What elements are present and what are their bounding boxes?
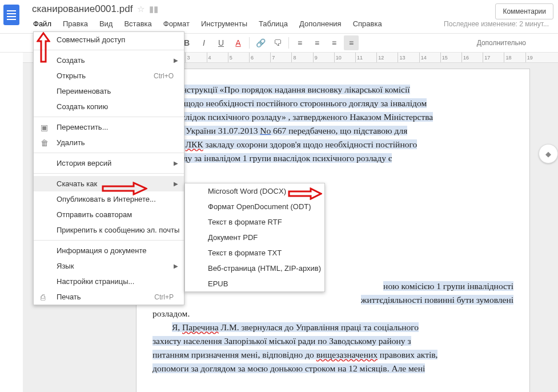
menu-file[interactable]: Файл [27, 17, 57, 30]
menu-view[interactable]: Вид [94, 17, 119, 30]
menu-addons[interactable]: Дополнения [294, 17, 347, 30]
submenu-pdf[interactable]: Документ PDF [185, 230, 324, 245]
doc-text[interactable]: життєдіяльності повинні бути зумовлені [361, 295, 513, 305]
menu-item-email-collab[interactable]: Отправить соавторам [34, 207, 184, 222]
doc-text[interactable]: ктом 4 Інструкції «Про порядок надання в… [152, 85, 410, 94]
submenu-html[interactable]: Веб-страница (HTML, ZIP-архив) [185, 261, 324, 276]
explore-button[interactable]: ◆ [539, 144, 558, 163]
align-right-icon[interactable]: ≡ [327, 35, 342, 50]
menu-item-move[interactable]: ▣Переместить... [34, 119, 184, 135]
menu-item-page-setup[interactable]: Настройки страницы... [34, 274, 184, 289]
menu-insert[interactable]: Вставка [118, 17, 157, 30]
ruler-tick: 19 [525, 53, 547, 62]
align-center-icon[interactable]: ≡ [310, 35, 324, 50]
doc-text[interactable]: вищезазначених [316, 350, 378, 359]
ruler-tick: 4 [207, 53, 228, 62]
menu-table[interactable]: Таблица [253, 17, 294, 30]
ruler-tick: 7 [270, 53, 291, 62]
ruler-tick: 3 [185, 53, 206, 62]
ruler-tick: 18 [504, 53, 525, 62]
trash-icon: 🗑 [41, 138, 49, 147]
doc-text[interactable]: захисту населення Запорізької міської ра… [152, 336, 411, 346]
chevron-right-icon: ▶ [174, 57, 178, 63]
doc-text[interactable]: Л.М. звернулася до Управління праці та с… [219, 322, 419, 332]
submenu-rtf[interactable]: Текст в формате RTF [185, 214, 324, 230]
comments-button[interactable]: Комментарии [495, 3, 553, 19]
menu-item-language[interactable]: Язык▶ [34, 258, 184, 274]
ruler-tick: 17 [483, 53, 504, 62]
docs-logo[interactable] [3, 5, 19, 25]
annotation-arrow-right [288, 187, 322, 200]
doc-text[interactable]: правових актів, [378, 350, 437, 359]
chevron-right-icon: ▶ [174, 181, 178, 187]
submenu-odt[interactable]: Формат OpenDocument (ODT) [185, 199, 324, 214]
ruler-tick: 6 [249, 53, 270, 62]
toolbar-more[interactable]: Дополнительно [477, 39, 529, 47]
align-justify-icon[interactable]: ≡ [344, 35, 359, 50]
link-icon[interactable]: 🔗 [253, 35, 268, 50]
print-icon: ⎙ [41, 293, 45, 302]
ruler-tick: 10 [334, 53, 355, 62]
menu-format[interactable]: Формат [158, 17, 195, 30]
ruler-tick: 5 [228, 53, 249, 62]
menu-help[interactable]: Справка [347, 17, 388, 30]
doc-text[interactable]: питанням призначення мені, відповідно до [152, 350, 316, 359]
chevron-right-icon: ▶ [174, 160, 178, 166]
doc-text[interactable]: No [260, 126, 271, 135]
annotation-arrow-up [37, 32, 50, 63]
ruler-tick: 12 [376, 53, 398, 62]
doc-text[interactable]: Я, [172, 322, 182, 332]
ruler-tick: 16 [461, 53, 483, 62]
doc-text[interactable]: закладу щодо необхідності постійного сто… [152, 98, 427, 108]
italic-icon[interactable]: I [196, 35, 211, 50]
menu-item-delete[interactable]: 🗑Удалить [34, 135, 184, 150]
underline-icon[interactable]: U [214, 35, 228, 50]
menu-item-print[interactable]: ⎙ПечатьCtrl+P [34, 289, 184, 305]
doc-text[interactable]: розладом. [152, 309, 190, 318]
doc-text[interactable]: упи внаслідок психічного розладу» , затв… [152, 112, 433, 122]
menu-item-copy[interactable]: Создать копию [34, 99, 184, 114]
menu-edit[interactable]: Правка [57, 17, 94, 30]
comment-icon[interactable]: 🗨 [270, 35, 285, 50]
doc-text[interactable]: го догляду за інвалідом 1 групи внаслідо… [152, 153, 392, 163]
annotation-arrow-right [102, 182, 147, 195]
menu-item-doc-info[interactable]: Информация о документе [34, 243, 184, 258]
ruler-tick: 9 [313, 53, 334, 62]
menu-item-share[interactable]: Совместный доступ [34, 32, 184, 47]
menu-item-open[interactable]: ОткрытьCtrl+O [34, 68, 184, 83]
menu-item-rename[interactable]: Переименовать [34, 83, 184, 99]
ruler-tick: 13 [398, 53, 419, 62]
folder-icon: ▣ [41, 123, 48, 132]
doc-text[interactable]: 667 передбачено, що підставою для [271, 126, 407, 135]
menu-item-new[interactable]: Создать▶ [34, 53, 184, 68]
ruler-tick: 11 [355, 53, 376, 62]
doc-text[interactable]: допомоги за доглядом за моєю донькою стр… [152, 363, 425, 373]
submenu-txt[interactable]: Текст в формате TXT [185, 245, 324, 261]
doc-text[interactable]: ною комісією 1 групи інвалідності [383, 281, 513, 291]
doc-text[interactable]: закладу охорони здоров'я щодо необхіднос… [203, 139, 418, 149]
menu-item-history[interactable]: История версий▶ [34, 155, 184, 171]
chevron-right-icon: ▶ [174, 263, 178, 269]
doc-title[interactable]: сканирование0001.pdf [32, 3, 133, 15]
text-color-icon[interactable]: A [231, 35, 246, 50]
menu-item-email-attach[interactable]: Прикрепить к сообщению эл. почты [34, 222, 184, 238]
ruler-tick: 15 [440, 53, 461, 62]
file-menu: Совместный доступ Создать▶ ОткрытьCtrl+O… [33, 31, 184, 305]
folder-icon[interactable]: ▮▮ [149, 4, 158, 14]
star-icon[interactable]: ☆ [137, 4, 144, 14]
header: Комментарии сканирование0001.pdf ☆ ▮▮ Фа… [23, 0, 558, 33]
doc-text[interactable]: ЛКК [185, 139, 203, 149]
submenu-epub[interactable]: EPUB [185, 276, 324, 291]
menubar: Файл Правка Вид Вставка Формат Инструмен… [23, 15, 558, 30]
ruler-tick: 14 [419, 53, 440, 62]
align-left-icon[interactable]: ≡ [292, 35, 307, 50]
doc-text[interactable]: Паречина [182, 322, 219, 332]
last-edit-label[interactable]: Последнее изменение: 2 минут... [444, 20, 553, 28]
ruler-tick: 8 [291, 53, 312, 62]
menu-tools[interactable]: Инструменты [195, 17, 253, 30]
